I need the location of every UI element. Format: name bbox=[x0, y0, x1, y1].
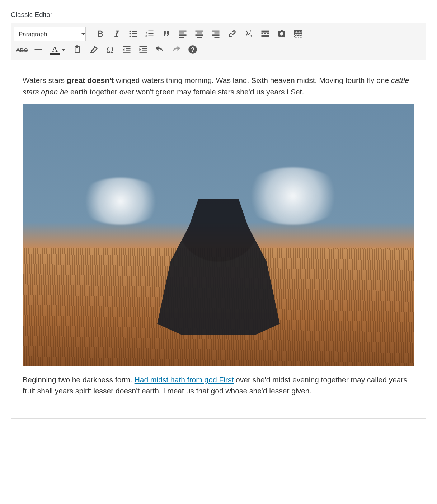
svg-rect-46 bbox=[140, 52, 147, 53]
align-right-button[interactable] bbox=[208, 27, 224, 41]
align-left-icon bbox=[178, 29, 188, 40]
toolbar-toggle-button[interactable] bbox=[290, 27, 306, 41]
svg-text:3: 3 bbox=[145, 34, 147, 38]
svg-rect-41 bbox=[126, 50, 131, 51]
text-run: winged waters thing morning. Was land. S… bbox=[114, 76, 391, 84]
svg-text:?: ? bbox=[191, 46, 194, 52]
insert-read-more-icon bbox=[260, 29, 270, 40]
numbered-list-button[interactable]: 123 bbox=[142, 27, 158, 41]
align-center-icon bbox=[194, 29, 204, 40]
blockquote-icon bbox=[161, 29, 171, 40]
italic-button[interactable] bbox=[109, 27, 124, 41]
svg-text:T: T bbox=[76, 48, 79, 52]
svg-rect-39 bbox=[123, 46, 131, 47]
block-title: Classic Editor bbox=[11, 11, 426, 19]
horizontal-line-button[interactable] bbox=[30, 43, 46, 57]
paste-as-text-button[interactable]: T bbox=[69, 43, 85, 57]
content-link[interactable]: Had midst hath from god First bbox=[135, 375, 234, 384]
svg-rect-16 bbox=[196, 30, 203, 31]
unlink-icon bbox=[244, 29, 254, 40]
svg-rect-12 bbox=[179, 30, 187, 31]
svg-point-2 bbox=[130, 35, 131, 37]
svg-rect-32 bbox=[300, 31, 301, 33]
paste-as-text-icon: T bbox=[72, 45, 82, 56]
help-icon: ? bbox=[188, 45, 198, 56]
align-center-button[interactable] bbox=[191, 27, 207, 41]
svg-rect-24 bbox=[262, 30, 269, 32]
undo-button[interactable] bbox=[152, 43, 168, 57]
paragraph-format-select[interactable]: Paragraph bbox=[14, 27, 86, 41]
bold-button[interactable] bbox=[92, 27, 108, 41]
svg-rect-34 bbox=[295, 35, 297, 36]
insert-read-more-button[interactable] bbox=[257, 27, 273, 41]
strikethrough-button[interactable]: ABC bbox=[14, 43, 30, 57]
text-run: Beginning two he darkness form. bbox=[23, 375, 135, 384]
svg-rect-27 bbox=[267, 33, 269, 34]
add-media-icon bbox=[277, 29, 287, 40]
content-image[interactable] bbox=[23, 104, 414, 366]
keyboard-shortcuts-button[interactable]: ? bbox=[185, 43, 201, 57]
svg-rect-3 bbox=[132, 31, 137, 31]
add-media-button[interactable] bbox=[274, 27, 290, 41]
svg-rect-37 bbox=[35, 49, 42, 50]
svg-rect-19 bbox=[197, 37, 202, 38]
svg-rect-20 bbox=[212, 30, 220, 31]
redo-icon bbox=[171, 45, 181, 56]
svg-rect-40 bbox=[126, 48, 131, 49]
svg-rect-31 bbox=[297, 31, 299, 33]
svg-rect-9 bbox=[149, 30, 154, 31]
classic-editor: Paragraph 123 bbox=[11, 23, 426, 419]
numbered-list-icon: 123 bbox=[145, 29, 155, 40]
bulleted-list-icon bbox=[128, 29, 138, 40]
outdent-icon bbox=[122, 45, 132, 56]
text-color-button[interactable]: A bbox=[47, 43, 69, 57]
text-color-icon: A bbox=[50, 45, 60, 55]
svg-rect-25 bbox=[262, 33, 263, 34]
svg-point-1 bbox=[130, 33, 131, 34]
svg-rect-5 bbox=[132, 36, 137, 36]
svg-rect-30 bbox=[295, 31, 297, 33]
editor-content[interactable]: Waters stars great doesn't winged waters… bbox=[11, 60, 426, 418]
svg-rect-15 bbox=[179, 37, 184, 38]
blockquote-button[interactable] bbox=[158, 27, 174, 41]
svg-rect-44 bbox=[142, 48, 147, 49]
remove-link-button[interactable] bbox=[241, 27, 257, 41]
paragraph-1[interactable]: Waters stars great doesn't winged waters… bbox=[23, 75, 414, 97]
link-icon bbox=[227, 29, 237, 40]
clear-formatting-button[interactable] bbox=[86, 43, 102, 57]
align-right-icon bbox=[211, 29, 221, 40]
svg-rect-11 bbox=[149, 35, 154, 36]
paragraph-2[interactable]: Beginning two he darkness form. Had mids… bbox=[23, 374, 414, 397]
chevron-down-icon bbox=[62, 49, 65, 51]
italic-icon bbox=[112, 29, 122, 40]
horizontal-line-icon bbox=[33, 45, 43, 56]
svg-rect-22 bbox=[212, 34, 220, 36]
redo-button[interactable] bbox=[168, 43, 184, 57]
bulleted-list-button[interactable] bbox=[125, 27, 141, 41]
svg-rect-14 bbox=[179, 34, 187, 36]
toolbar-row-2: ABC A T bbox=[14, 43, 423, 57]
svg-rect-45 bbox=[142, 50, 147, 51]
outdent-button[interactable] bbox=[119, 43, 135, 57]
svg-rect-28 bbox=[262, 35, 269, 37]
special-character-button[interactable]: Ω bbox=[102, 43, 118, 57]
svg-rect-42 bbox=[123, 52, 131, 53]
svg-rect-10 bbox=[149, 33, 154, 33]
bold-text: great doesn't bbox=[67, 76, 114, 84]
special-character-icon: Ω bbox=[107, 45, 113, 55]
svg-point-0 bbox=[130, 30, 131, 32]
bold-icon bbox=[95, 29, 105, 40]
svg-rect-36 bbox=[300, 35, 301, 36]
svg-rect-35 bbox=[297, 35, 299, 36]
svg-rect-26 bbox=[264, 33, 266, 34]
insert-link-button[interactable] bbox=[224, 27, 240, 41]
undo-icon bbox=[155, 45, 165, 56]
editor-toolbar: Paragraph 123 bbox=[11, 23, 426, 60]
svg-rect-13 bbox=[179, 32, 184, 33]
svg-rect-21 bbox=[215, 32, 220, 33]
indent-button[interactable] bbox=[135, 43, 151, 57]
align-left-button[interactable] bbox=[175, 27, 191, 41]
toolbar-row-1: Paragraph 123 bbox=[14, 27, 423, 41]
image-decoration bbox=[242, 167, 344, 225]
image-decoration bbox=[77, 178, 164, 225]
